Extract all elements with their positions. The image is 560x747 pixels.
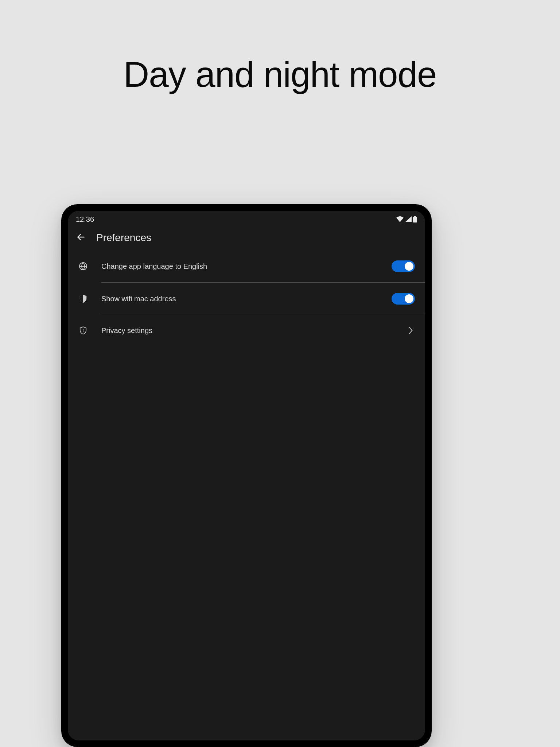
status-bar: 12:36 — [68, 211, 425, 225]
setting-row-wifi-mac[interactable]: Show wifi mac address — [68, 283, 425, 315]
language-toggle[interactable] — [392, 260, 415, 272]
app-bar-title: Preferences — [96, 232, 151, 244]
wifi-icon — [396, 216, 404, 222]
arrow-left-icon — [76, 232, 86, 243]
wifi-mac-toggle[interactable] — [392, 293, 415, 305]
device-frame: 12:36 Preferences — [61, 204, 432, 747]
toggle-knob — [405, 262, 413, 271]
svg-rect-0 — [413, 217, 417, 222]
signal-icon — [405, 216, 412, 222]
back-button[interactable] — [76, 233, 86, 243]
globe-icon — [78, 261, 88, 271]
page-title: Day and night mode — [0, 0, 560, 95]
status-icons — [396, 216, 417, 222]
shield-icon — [78, 294, 88, 304]
settings-list: Change app language to English — [68, 250, 425, 346]
chevron-right-icon — [406, 326, 415, 335]
battery-icon — [413, 216, 417, 222]
device-screen: 12:36 Preferences — [68, 211, 425, 740]
svg-point-5 — [83, 329, 83, 330]
privacy-shield-icon — [78, 325, 88, 336]
setting-row-privacy[interactable]: Privacy settings — [68, 315, 425, 346]
app-bar: Preferences — [68, 225, 425, 250]
svg-rect-1 — [414, 216, 416, 217]
setting-label: Privacy settings — [101, 326, 406, 335]
toggle-knob — [405, 294, 413, 303]
setting-row-language[interactable]: Change app language to English — [68, 250, 425, 282]
setting-label: Show wifi mac address — [101, 295, 392, 303]
status-time: 12:36 — [76, 215, 94, 224]
setting-label: Change app language to English — [101, 262, 392, 271]
